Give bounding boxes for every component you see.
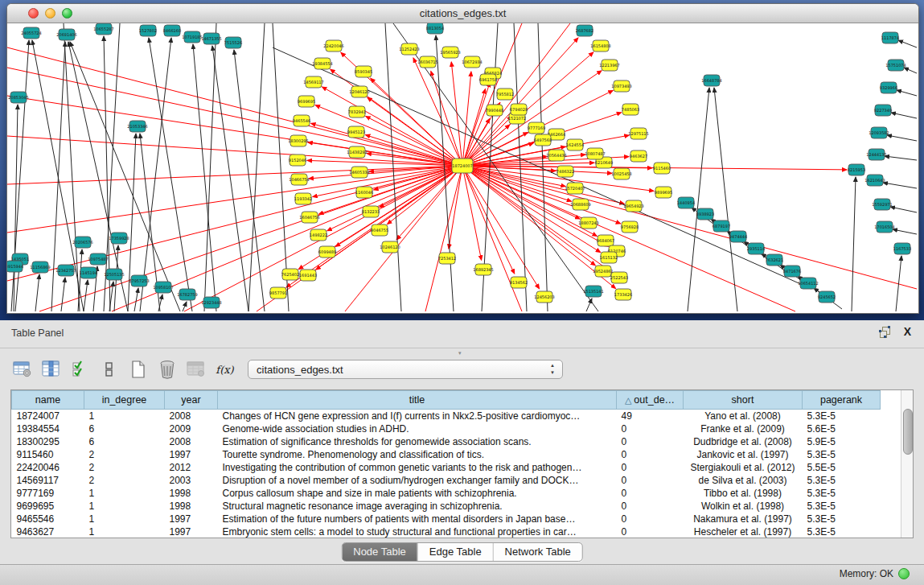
graph-node-label: 17359928 xyxy=(109,236,129,241)
citation-edge[interactable] xyxy=(891,113,917,118)
citation-edge[interactable] xyxy=(78,249,82,311)
graph-node-label: 7625402 xyxy=(281,272,299,277)
graph-node-label: 10246120 xyxy=(380,245,400,249)
graph-node-label: 7253412 xyxy=(438,256,456,261)
table-row[interactable]: 977716911998Corpus callosum shape and si… xyxy=(12,487,881,500)
column-header-name[interactable]: name xyxy=(12,391,84,410)
row-height-icon[interactable] xyxy=(98,359,120,381)
citation-edge[interactable] xyxy=(714,88,737,311)
table-settings-icon[interactable] xyxy=(11,359,33,381)
window-titlebar[interactable]: citations_edges.txt xyxy=(7,4,918,23)
citation-edge[interactable] xyxy=(586,299,592,311)
citation-edge[interactable] xyxy=(134,288,138,311)
table-row[interactable]: 1872400712008Changes of HCN gene express… xyxy=(12,410,881,423)
scrollbar-thumb[interactable] xyxy=(903,409,913,455)
graph-node-label: 17957253 xyxy=(129,278,149,283)
column-header-title[interactable]: title xyxy=(218,391,617,410)
graph-node-label: 9857791 xyxy=(269,290,287,295)
citation-edge[interactable] xyxy=(413,58,462,166)
table-cell: Disruption of a novel member of a sodium… xyxy=(218,474,617,487)
citation-edge[interactable] xyxy=(15,266,19,311)
graph-node-label: 10973493 xyxy=(611,84,631,89)
tab-node-table[interactable]: Node Table xyxy=(342,543,417,561)
memory-status-indicator[interactable] xyxy=(898,568,910,579)
table-row[interactable]: 946362711997Embryonic stem cells: a mode… xyxy=(12,525,881,538)
citation-edge[interactable] xyxy=(204,23,216,311)
close-window-button[interactable] xyxy=(28,8,39,19)
tab-network-table[interactable]: Network Table xyxy=(493,543,582,561)
table-cell: 9465546 xyxy=(12,513,84,525)
citation-edge[interactable] xyxy=(212,46,248,311)
citation-edge[interactable] xyxy=(887,135,917,141)
citation-edge[interactable] xyxy=(104,23,120,311)
citation-edge[interactable] xyxy=(462,23,570,166)
citation-edge[interactable] xyxy=(885,156,917,160)
citation-network-graph[interactable]: 1872400722420046193845541456911796996959… xyxy=(7,23,917,312)
delete-column-trash-icon[interactable] xyxy=(156,359,178,381)
table-select-dropdown[interactable]: citations_edges.txt ▲▼ xyxy=(248,360,563,379)
citation-edge[interactable] xyxy=(35,274,39,311)
citation-edge[interactable] xyxy=(315,105,462,166)
column-header-pagerank[interactable]: pagerank xyxy=(803,391,881,410)
table-cell: 0 xyxy=(617,525,684,538)
column-header-in_degree[interactable]: in_degree xyxy=(84,391,165,410)
vertical-scrollbar[interactable] xyxy=(901,390,913,538)
citation-edge[interactable] xyxy=(904,68,917,73)
citation-edge[interactable] xyxy=(462,166,917,289)
column-header-year[interactable]: year xyxy=(165,391,218,410)
show-columns-checklist-icon[interactable] xyxy=(69,359,91,381)
citation-edge[interactable] xyxy=(883,183,917,188)
panel-resize-grip[interactable]: ▾ xyxy=(458,351,466,355)
table-cell: Tourette syndrome. Phenomenology and cla… xyxy=(218,448,617,461)
graph-node-label: 7486322 xyxy=(556,169,574,174)
citation-edge[interactable] xyxy=(39,166,462,311)
graph-node-label: 6879197 xyxy=(713,224,730,229)
citation-edge[interactable] xyxy=(898,40,917,47)
citation-edge[interactable] xyxy=(890,207,917,212)
function-builder-icon[interactable]: f(x) xyxy=(214,359,236,381)
citation-edge[interactable] xyxy=(385,23,401,311)
table-row[interactable]: 911546021997Tourette syndrome. Phenomeno… xyxy=(12,448,881,461)
citation-edge[interactable] xyxy=(387,166,462,225)
citation-edge[interactable] xyxy=(449,166,462,249)
new-column-icon[interactable] xyxy=(127,359,149,381)
citation-edge[interactable] xyxy=(14,105,18,311)
citation-edge[interactable] xyxy=(234,50,265,311)
column-header-out_de[interactable]: △out_de… xyxy=(617,391,684,410)
citation-edge[interactable] xyxy=(897,90,917,96)
citation-edge[interactable] xyxy=(365,135,462,166)
tab-edge-table[interactable]: Edge Table xyxy=(417,543,493,561)
table-row[interactable]: 1938455462009Genome-wide association stu… xyxy=(12,422,881,435)
citation-edge[interactable] xyxy=(248,23,265,311)
zoom-window-button[interactable] xyxy=(62,8,72,19)
minimize-window-button[interactable] xyxy=(45,8,55,19)
table-row[interactable]: 2242004622012Investigating the contribut… xyxy=(12,461,881,474)
citation-edge[interactable] xyxy=(852,177,856,311)
graph-node-label: 12456203 xyxy=(534,295,554,299)
table-row[interactable]: 1830029562008Estimation of significance … xyxy=(12,435,881,448)
select-column-icon[interactable] xyxy=(40,359,62,381)
citation-edge[interactable] xyxy=(514,23,527,311)
table-row[interactable]: 946554611997Estimation of the future num… xyxy=(12,513,881,525)
table-cell: 5.5E-5 xyxy=(803,461,881,474)
citation-edge[interactable] xyxy=(7,166,462,233)
close-panel-icon[interactable]: X xyxy=(904,326,911,338)
graph-node-label: 9465546 xyxy=(293,118,310,123)
table-row[interactable]: 969969511998Structural magnetic resonanc… xyxy=(12,500,881,513)
citation-edge[interactable] xyxy=(273,23,289,311)
table-row[interactable]: 1456911722003Disruption of a novel membe… xyxy=(12,474,881,487)
table-cell: 0 xyxy=(617,474,684,487)
table-cell: Genome-wide association studies in ADHD. xyxy=(218,422,617,435)
citation-edge[interactable] xyxy=(462,166,482,260)
float-panel-icon[interactable] xyxy=(879,326,891,338)
graph-node-label: 10688609 xyxy=(570,202,590,207)
column-header-short[interactable]: short xyxy=(684,391,803,410)
graph-node-label: 16036715 xyxy=(417,60,437,64)
table-cell: 9115460 xyxy=(12,448,84,461)
citation-edge[interactable] xyxy=(893,229,917,234)
citation-edge[interactable] xyxy=(193,44,216,311)
network-canvas[interactable]: 1872400722420046193845541456911796996959… xyxy=(7,23,917,312)
citation-edge[interactable] xyxy=(61,278,65,311)
citation-edge[interactable] xyxy=(183,302,187,311)
graph-node-label: 9699695 xyxy=(298,99,315,104)
